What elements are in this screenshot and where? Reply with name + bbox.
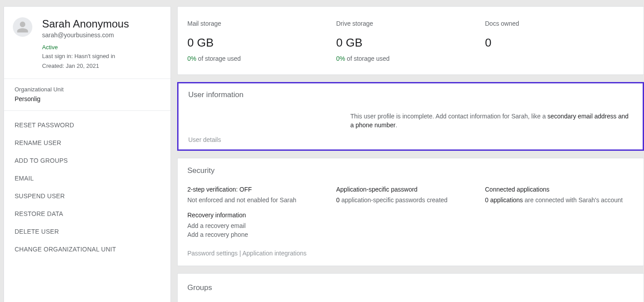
user-information-title: User information (188, 90, 633, 99)
storage-card[interactable]: Mail storage 0 GB 0% of storage used Dri… (177, 6, 644, 75)
drive-storage-pct: 0% (336, 55, 345, 62)
user-actions: RESET PASSWORD RENAME USER ADD TO GROUPS… (4, 111, 171, 271)
user-sidebar: Sarah Anonymous sarah@yourbusiness.com A… (4, 6, 171, 302)
user-header: Sarah Anonymous sarah@yourbusiness.com A… (4, 7, 171, 78)
security-title: Security (187, 166, 634, 175)
security-links: Password settings | Application integrat… (187, 250, 634, 257)
user-email: sarah@yourbusiness.com (42, 31, 129, 39)
main-content: Mail storage 0 GB 0% of storage used Dri… (177, 6, 644, 302)
docs-owned-label: Docs owned (485, 20, 634, 27)
drive-storage-stat: Drive storage 0 GB 0% of storage used (336, 20, 485, 62)
email-button[interactable]: EMAIL (15, 169, 160, 187)
groups-title: Groups (187, 283, 634, 292)
recovery-heading: Recovery information (187, 212, 336, 219)
mail-storage-value: 0 GB (187, 36, 336, 50)
drive-storage-label: Drive storage (336, 20, 485, 27)
suspend-user-button[interactable]: SUSPEND USER (15, 187, 160, 205)
app-password-desc: 0 application-specific passwords created (336, 196, 485, 204)
mail-storage-sub: 0% of storage used (187, 55, 336, 62)
user-information-card[interactable]: User information This user profile is in… (177, 82, 644, 151)
drive-storage-value: 0 GB (336, 36, 485, 50)
person-icon (16, 20, 29, 34)
connected-apps-desc: 0 applications are connected with Sarah'… (485, 196, 634, 204)
app-password-col: Application-specific password 0 applicat… (336, 186, 485, 239)
docs-owned-stat: Docs owned 0 (485, 20, 634, 62)
two-step-col: 2-step verification: OFF Not enforced an… (187, 186, 336, 239)
user-last-signin: Last sign in: Hasn't signed in (42, 52, 129, 60)
app-password-heading: Application-specific password (336, 186, 485, 193)
org-unit-label: Organizational Unit (15, 86, 160, 93)
user-details-label: User details (188, 136, 633, 143)
two-step-heading: 2-step verification: OFF (187, 186, 336, 193)
restore-data-button[interactable]: RESTORE DATA (15, 205, 160, 223)
user-created: Created: Jan 20, 2021 (42, 62, 129, 70)
mail-storage-label: Mail storage (187, 20, 336, 27)
delete-user-button[interactable]: DELETE USER (15, 223, 160, 240)
rename-user-button[interactable]: RENAME USER (15, 134, 160, 152)
user-information-message: This user profile is incomplete. Add con… (350, 112, 633, 130)
mail-storage-stat: Mail storage 0 GB 0% of storage used (187, 20, 336, 62)
groups-card[interactable]: Groups (177, 273, 644, 302)
add-to-groups-button[interactable]: ADD TO GROUPS (15, 152, 160, 169)
recovery-phone-link[interactable]: Add a recovery phone (187, 230, 336, 239)
connected-apps-col: Connected applications 0 applications ar… (485, 186, 634, 239)
docs-owned-value: 0 (485, 36, 634, 50)
reset-password-button[interactable]: RESET PASSWORD (15, 116, 160, 134)
org-unit-section[interactable]: Organizational Unit Personlig (4, 79, 171, 110)
user-status: Active (42, 44, 129, 51)
security-card[interactable]: Security 2-step verification: OFF Not en… (177, 158, 644, 267)
recovery-email-link[interactable]: Add a recovery email (187, 221, 336, 230)
user-avatar (13, 17, 32, 37)
org-unit-value: Personlig (15, 95, 160, 102)
connected-apps-heading: Connected applications (485, 186, 634, 193)
change-ou-button[interactable]: CHANGE ORGANIZATIONAL UNIT (15, 240, 160, 258)
drive-storage-sub: 0% of storage used (336, 55, 485, 62)
mail-storage-pct: 0% (187, 55, 196, 62)
two-step-desc: Not enforced and not enabled for Sarah (187, 196, 336, 204)
user-name: Sarah Anonymous (42, 17, 129, 31)
